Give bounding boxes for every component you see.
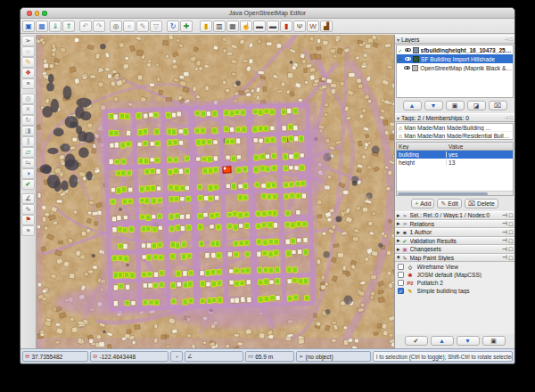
- close-panel-icon[interactable]: □: [510, 115, 513, 120]
- layer-row[interactable]: ✓ sfbuildingheight_16_10473_25340...: [397, 45, 513, 54]
- select-tool[interactable]: ➢: [21, 36, 35, 46]
- active-layer-icon[interactable]: ✓: [398, 47, 403, 53]
- follow-line-tool[interactable]: ∿: [21, 204, 35, 215]
- map-canvas[interactable]: [37, 35, 394, 348]
- rotate-tool[interactable]: ↻: [21, 115, 35, 126]
- visibility-eye-icon[interactable]: [405, 57, 411, 61]
- add-marker-tool[interactable]: ⚑: [21, 215, 35, 225]
- split-tool[interactable]: ◑: [21, 168, 35, 179]
- draw-nodes-tool[interactable]: ✎: [21, 57, 35, 68]
- clock-field[interactable]: ◔: [170, 351, 183, 362]
- tag-row[interactable]: building yes: [397, 151, 513, 159]
- layer-up-button[interactable]: ▲: [403, 101, 422, 110]
- title-bar[interactable]: Java OpenStreetMap Editor: [21, 8, 514, 19]
- merge-tool[interactable]: ✔: [21, 179, 35, 190]
- expand-icon[interactable]: ▸: [397, 229, 400, 236]
- dock-icon[interactable]: ⊣: [504, 115, 508, 120]
- lasso-tool[interactable]: ◌: [21, 46, 35, 57]
- section-map-paint-styles[interactable]: ▾ ✎ Map Paint Styles ⊣ □: [395, 254, 514, 263]
- tags-panel-header[interactable]: ▾ Tags: 2 / Memberships: 0 ⊣ □: [395, 113, 514, 122]
- dock-icon[interactable]: ⊣: [502, 220, 507, 227]
- style-checkbox[interactable]: ✓: [398, 280, 404, 286]
- close-window-button[interactable]: [27, 11, 32, 16]
- visibility-eye-icon[interactable]: [405, 48, 411, 53]
- layer-down-button[interactable]: ▼: [424, 101, 443, 110]
- preset-wikipedia-button[interactable]: W: [307, 20, 319, 32]
- move-button[interactable]: ✚: [180, 20, 193, 32]
- preset-road-button[interactable]: ▮: [200, 20, 212, 32]
- close-panel-icon[interactable]: □: [509, 246, 513, 252]
- expand-icon[interactable]: ▸: [397, 212, 400, 219]
- save-button[interactable]: ▦: [36, 20, 48, 32]
- filter-button[interactable]: ▽: [150, 20, 162, 32]
- scale-field[interactable]: ▭ 65.9 m: [245, 351, 294, 362]
- upload-button[interactable]: ⇑: [62, 20, 75, 32]
- horizontal-scrollbar[interactable]: [397, 191, 513, 195]
- dock-icon[interactable]: ⊣: [502, 229, 507, 236]
- close-panel-icon[interactable]: □: [509, 238, 513, 244]
- parallel-tool[interactable]: ∥: [21, 136, 35, 147]
- hovered-object-field[interactable]: ➢ (no object): [296, 351, 371, 362]
- preset-row[interactable]: ⌂ Man Made/Man Made/Building ...: [397, 124, 513, 132]
- preset-building-button[interactable]: ▥: [213, 20, 226, 32]
- section-relations[interactable]: ▸ ∞ Relations ⊣ □: [395, 220, 514, 229]
- open-button[interactable]: ▣: [22, 20, 35, 32]
- style-up-button[interactable]: ▲: [431, 336, 454, 346]
- collapse-icon[interactable]: ▾: [397, 115, 399, 121]
- heading-field[interactable]: ∠: [185, 351, 243, 362]
- redo-button[interactable]: ↷: [93, 20, 105, 32]
- preferences-button[interactable]: ▫: [123, 20, 136, 32]
- dock-icon[interactable]: ⊣: [502, 254, 507, 261]
- style-simple-building-tags[interactable]: ✓ ✎ Simple building tags: [395, 287, 514, 295]
- minimize-window-button[interactable]: [35, 11, 40, 16]
- download-button[interactable]: ⇓: [49, 20, 62, 32]
- style-checkbox[interactable]: ✓: [398, 288, 404, 294]
- draw-style-button[interactable]: ✎: [136, 20, 149, 32]
- preset-restaurant-button[interactable]: Ψ: [293, 20, 306, 32]
- section-authors[interactable]: ▸ ☻ 1 Author ⊣ □: [395, 228, 514, 237]
- expand-icon[interactable]: ▸: [397, 246, 400, 253]
- preset-door-button[interactable]: ▮: [280, 20, 292, 32]
- layer-duplicate-button[interactable]: ▣: [446, 101, 465, 110]
- dock-icon[interactable]: ⊣: [504, 37, 508, 42]
- style-preferences-button[interactable]: ▣: [482, 336, 506, 346]
- delete-tag-button[interactable]: ⌧ Delete: [465, 199, 498, 208]
- shape-tool[interactable]: ▱: [21, 147, 35, 158]
- zoom-window-button[interactable]: [42, 11, 47, 16]
- longitude-field[interactable]: ⊘ -122.4643448: [90, 351, 169, 362]
- expand-icon[interactable]: ▾: [397, 254, 400, 261]
- edit-tag-button[interactable]: ✎ Edit: [437, 199, 462, 208]
- active-layer-icon[interactable]: ⌐: [398, 56, 403, 61]
- dock-icon[interactable]: ⊣: [502, 246, 507, 253]
- zoom-button[interactable]: ◎: [110, 20, 122, 32]
- visibility-eye-icon[interactable]: [404, 66, 410, 70]
- improve-way-tool[interactable]: ❖: [21, 68, 35, 78]
- preset-crossing-button[interactable]: ▦: [226, 20, 239, 32]
- preset-bus-button[interactable]: ▬: [267, 20, 279, 32]
- collapse-icon[interactable]: ▾: [397, 37, 399, 43]
- mirror-tool[interactable]: ⇋: [21, 158, 35, 168]
- dock-icon[interactable]: ⊣: [502, 212, 507, 219]
- refresh-button[interactable]: ↻: [167, 20, 179, 32]
- style-checkbox[interactable]: ✓: [398, 264, 404, 270]
- close-panel-icon[interactable]: □: [509, 212, 513, 218]
- latitude-field[interactable]: ⊖ 37.7355482: [22, 351, 88, 362]
- more-tools-toggle[interactable]: »: [21, 225, 35, 236]
- style-toggle-button[interactable]: ✔: [405, 336, 428, 346]
- tag-row[interactable]: height 13: [397, 159, 513, 167]
- close-panel-icon[interactable]: □: [509, 221, 513, 227]
- layer-row[interactable]: ⌐ SF Building Import Hillshade: [397, 54, 513, 63]
- undo-button[interactable]: ↶: [79, 20, 92, 32]
- preset-car-button[interactable]: ▬: [253, 20, 266, 32]
- expand-icon[interactable]: ▸: [397, 220, 400, 227]
- close-panel-icon[interactable]: □: [509, 255, 513, 261]
- preset-row[interactable]: ⌂ Man Made/Man Made/Residential Building…: [397, 132, 513, 140]
- style-checkbox[interactable]: ✓: [398, 272, 404, 278]
- style-potlatch2[interactable]: ✓ P2 Potlatch 2: [395, 279, 514, 287]
- zoom-tool[interactable]: ◎: [21, 94, 35, 104]
- layer-row[interactable]: OpenStreetMap (Mapnik Black & White): [397, 63, 513, 72]
- extrude-tool[interactable]: ◨: [21, 126, 35, 136]
- scrollbar-thumb[interactable]: [398, 192, 488, 195]
- layer-opacity-button[interactable]: ◪: [467, 101, 486, 110]
- section-selection[interactable]: ▸ ➢ Sel.: Rel.:0 / Ways:1 / Nodes:0 ⊣ □: [395, 211, 514, 220]
